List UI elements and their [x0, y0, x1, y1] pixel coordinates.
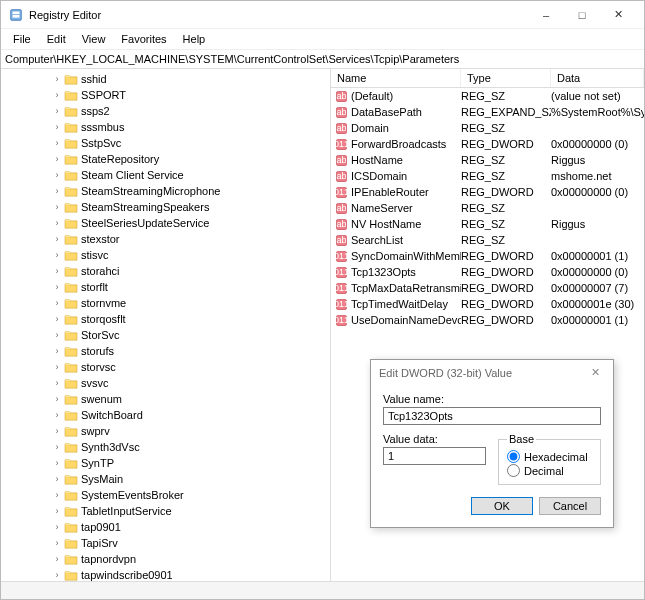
minimize-button[interactable]: –: [528, 4, 564, 26]
tree-item[interactable]: ›storahci: [3, 263, 328, 279]
tree-item[interactable]: ›SystemEventsBroker: [3, 487, 328, 503]
expander-icon[interactable]: ›: [51, 217, 63, 229]
tree-item[interactable]: ›storvsc: [3, 359, 328, 375]
expander-icon[interactable]: ›: [51, 537, 63, 549]
tree-item[interactable]: ›SwitchBoard: [3, 407, 328, 423]
tree-item[interactable]: ›swenum: [3, 391, 328, 407]
tree-item[interactable]: ›StorSvc: [3, 327, 328, 343]
menu-file[interactable]: File: [5, 31, 39, 47]
expander-icon[interactable]: ›: [51, 169, 63, 181]
tree-item[interactable]: ›sssmbus: [3, 119, 328, 135]
tree-item[interactable]: ›TabletInputService: [3, 503, 328, 519]
tree-item[interactable]: ›storflt: [3, 279, 328, 295]
expander-icon[interactable]: ›: [51, 105, 63, 117]
tree-item[interactable]: ›SSPORT: [3, 87, 328, 103]
expander-icon[interactable]: ›: [51, 345, 63, 357]
cancel-button[interactable]: Cancel: [539, 497, 601, 515]
value-name-input[interactable]: [383, 407, 601, 425]
expander-icon[interactable]: ›: [51, 297, 63, 309]
expander-icon[interactable]: ›: [51, 329, 63, 341]
ok-button[interactable]: OK: [471, 497, 533, 515]
tree-item[interactable]: ›SysMain: [3, 471, 328, 487]
expander-icon[interactable]: ›: [51, 265, 63, 277]
tree-item[interactable]: ›SynTP: [3, 455, 328, 471]
expander-icon[interactable]: ›: [51, 249, 63, 261]
expander-icon[interactable]: ›: [51, 521, 63, 533]
expander-icon[interactable]: ›: [51, 441, 63, 453]
menu-edit[interactable]: Edit: [39, 31, 74, 47]
tree-item[interactable]: ›storqosflt: [3, 311, 328, 327]
value-row[interactable]: SearchListREG_SZ: [331, 232, 644, 248]
col-data[interactable]: Data: [551, 69, 644, 87]
expander-icon[interactable]: ›: [51, 393, 63, 405]
expander-icon[interactable]: ›: [51, 201, 63, 213]
value-row[interactable]: Tcp1323OptsREG_DWORD0x00000000 (0): [331, 264, 644, 280]
expander-icon[interactable]: ›: [51, 473, 63, 485]
value-row[interactable]: NV HostNameREG_SZRiggus: [331, 216, 644, 232]
expander-icon[interactable]: ›: [51, 313, 63, 325]
expander-icon[interactable]: ›: [51, 425, 63, 437]
menu-help[interactable]: Help: [175, 31, 214, 47]
expander-icon[interactable]: ›: [51, 569, 63, 581]
tree-item[interactable]: ›sshid: [3, 71, 328, 87]
registry-tree[interactable]: ›sshid›SSPORT›ssps2›sssmbus›SstpSvc›Stat…: [1, 69, 331, 581]
radio-dec-input[interactable]: [507, 464, 520, 477]
list-header[interactable]: Name Type Data: [331, 69, 644, 88]
tree-item[interactable]: ›Steam Client Service: [3, 167, 328, 183]
value-row[interactable]: DataBasePathREG_EXPAND_SZ%SystemRoot%\Sy…: [331, 104, 644, 120]
expander-icon[interactable]: ›: [51, 409, 63, 421]
expander-icon[interactable]: ›: [51, 505, 63, 517]
tree-item[interactable]: ›StateRepository: [3, 151, 328, 167]
value-row[interactable]: NameServerREG_SZ: [331, 200, 644, 216]
tree-item[interactable]: ›storufs: [3, 343, 328, 359]
titlebar[interactable]: Registry Editor – □ ✕: [1, 1, 644, 29]
value-row[interactable]: (Default)REG_SZ(value not set): [331, 88, 644, 104]
value-row[interactable]: HostNameREG_SZRiggus: [331, 152, 644, 168]
tree-item[interactable]: ›SteamStreamingSpeakers: [3, 199, 328, 215]
tree-item[interactable]: ›tapwindscribe0901: [3, 567, 328, 581]
expander-icon[interactable]: ›: [51, 73, 63, 85]
menu-favorites[interactable]: Favorites: [113, 31, 174, 47]
expander-icon[interactable]: ›: [51, 89, 63, 101]
tree-item[interactable]: ›stexstor: [3, 231, 328, 247]
expander-icon[interactable]: ›: [51, 233, 63, 245]
maximize-button[interactable]: □: [564, 4, 600, 26]
col-name[interactable]: Name: [331, 69, 461, 87]
value-row[interactable]: UseDomainNameDevolutionREG_DWORD0x000000…: [331, 312, 644, 328]
tree-item[interactable]: ›stisvc: [3, 247, 328, 263]
radio-hex[interactable]: Hexadecimal: [507, 450, 592, 463]
value-row[interactable]: IPEnableRouterREG_DWORD0x00000000 (0): [331, 184, 644, 200]
value-data-input[interactable]: [383, 447, 486, 465]
tree-item[interactable]: ›tapnordvpn: [3, 551, 328, 567]
expander-icon[interactable]: ›: [51, 457, 63, 469]
col-type[interactable]: Type: [461, 69, 551, 87]
address-bar[interactable]: Computer\HKEY_LOCAL_MACHINE\SYSTEM\Curre…: [1, 49, 644, 69]
expander-icon[interactable]: ›: [51, 377, 63, 389]
tree-item[interactable]: ›swprv: [3, 423, 328, 439]
radio-dec[interactable]: Decimal: [507, 464, 592, 477]
expander-icon[interactable]: ›: [51, 361, 63, 373]
tree-item[interactable]: ›svsvc: [3, 375, 328, 391]
expander-icon[interactable]: ›: [51, 553, 63, 565]
tree-item[interactable]: ›TapiSrv: [3, 535, 328, 551]
expander-icon[interactable]: ›: [51, 137, 63, 149]
value-row[interactable]: TcpTimedWaitDelayREG_DWORD0x0000001e (30…: [331, 296, 644, 312]
expander-icon[interactable]: ›: [51, 185, 63, 197]
value-row[interactable]: ForwardBroadcastsREG_DWORD0x00000000 (0): [331, 136, 644, 152]
dialog-close-button[interactable]: ✕: [585, 366, 605, 379]
tree-item[interactable]: ›Synth3dVsc: [3, 439, 328, 455]
tree-item[interactable]: ›stornvme: [3, 295, 328, 311]
menu-view[interactable]: View: [74, 31, 114, 47]
value-row[interactable]: TcpMaxDataRetransmissionsREG_DWORD0x0000…: [331, 280, 644, 296]
dialog-titlebar[interactable]: Edit DWORD (32-bit) Value ✕: [371, 360, 613, 385]
radio-hex-input[interactable]: [507, 450, 520, 463]
expander-icon[interactable]: ›: [51, 153, 63, 165]
expander-icon[interactable]: ›: [51, 281, 63, 293]
expander-icon[interactable]: ›: [51, 489, 63, 501]
expander-icon[interactable]: ›: [51, 121, 63, 133]
value-row[interactable]: DomainREG_SZ: [331, 120, 644, 136]
tree-item[interactable]: ›SstpSvc: [3, 135, 328, 151]
tree-item[interactable]: ›SteamStreamingMicrophone: [3, 183, 328, 199]
close-button[interactable]: ✕: [600, 4, 636, 26]
tree-item[interactable]: ›SteelSeriesUpdateService: [3, 215, 328, 231]
